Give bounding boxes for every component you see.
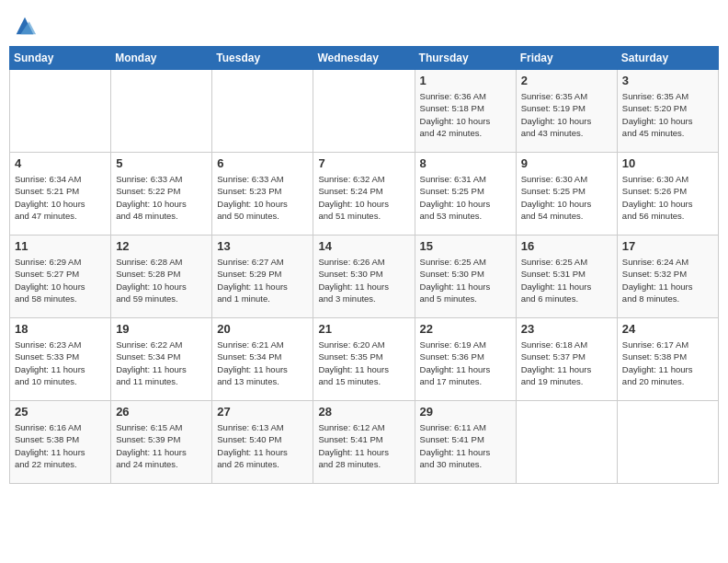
day-cell: 25Sunrise: 6:16 AM Sunset: 5:38 PM Dayli… <box>10 401 111 484</box>
day-number: 4 <box>15 156 106 170</box>
day-info: Sunrise: 6:15 AM Sunset: 5:39 PM Dayligh… <box>116 421 207 470</box>
day-cell: 29Sunrise: 6:11 AM Sunset: 5:41 PM Dayli… <box>415 401 516 484</box>
day-cell: 14Sunrise: 6:26 AM Sunset: 5:30 PM Dayli… <box>313 236 415 318</box>
day-number: 25 <box>15 405 106 419</box>
day-cell: 17Sunrise: 6:24 AM Sunset: 5:32 PM Dayli… <box>617 236 718 318</box>
calendar-table: SundayMondayTuesdayWednesdayThursdayFrid… <box>9 46 719 484</box>
week-row-4: 18Sunrise: 6:23 AM Sunset: 5:33 PM Dayli… <box>10 318 719 401</box>
day-cell <box>617 401 718 484</box>
day-info: Sunrise: 6:31 AM Sunset: 5:25 PM Dayligh… <box>420 173 511 222</box>
day-cell: 16Sunrise: 6:25 AM Sunset: 5:31 PM Dayli… <box>516 236 617 318</box>
day-cell: 26Sunrise: 6:15 AM Sunset: 5:39 PM Dayli… <box>111 401 212 484</box>
day-info: Sunrise: 6:28 AM Sunset: 5:28 PM Dayligh… <box>116 256 207 304</box>
day-number: 5 <box>116 156 207 170</box>
day-info: Sunrise: 6:20 AM Sunset: 5:35 PM Dayligh… <box>318 339 409 387</box>
day-number: 17 <box>622 239 713 253</box>
day-cell: 19Sunrise: 6:22 AM Sunset: 5:34 PM Dayli… <box>111 318 212 401</box>
day-cell: 9Sunrise: 6:30 AM Sunset: 5:25 PM Daylig… <box>516 153 617 236</box>
day-number: 27 <box>217 405 308 419</box>
day-info: Sunrise: 6:30 AM Sunset: 5:25 PM Dayligh… <box>521 173 612 222</box>
day-cell: 20Sunrise: 6:21 AM Sunset: 5:34 PM Dayli… <box>212 318 313 401</box>
day-cell: 24Sunrise: 6:17 AM Sunset: 5:38 PM Dayli… <box>617 318 718 401</box>
day-info: Sunrise: 6:30 AM Sunset: 5:26 PM Dayligh… <box>622 173 713 222</box>
day-number: 18 <box>15 322 106 336</box>
day-number: 24 <box>622 322 713 336</box>
header-cell-thursday: Thursday <box>415 47 516 70</box>
day-info: Sunrise: 6:17 AM Sunset: 5:38 PM Dayligh… <box>622 339 713 387</box>
day-number: 7 <box>318 156 409 170</box>
day-cell: 12Sunrise: 6:28 AM Sunset: 5:28 PM Dayli… <box>111 236 212 318</box>
week-row-2: 4Sunrise: 6:34 AM Sunset: 5:21 PM Daylig… <box>10 153 719 236</box>
day-number: 29 <box>420 405 511 419</box>
day-cell: 2Sunrise: 6:35 AM Sunset: 5:19 PM Daylig… <box>516 70 617 153</box>
header-cell-monday: Monday <box>111 47 212 70</box>
header-cell-wednesday: Wednesday <box>313 47 415 70</box>
day-info: Sunrise: 6:19 AM Sunset: 5:36 PM Dayligh… <box>420 339 511 387</box>
day-cell: 6Sunrise: 6:33 AM Sunset: 5:23 PM Daylig… <box>212 153 313 236</box>
day-cell: 18Sunrise: 6:23 AM Sunset: 5:33 PM Dayli… <box>10 318 111 401</box>
day-info: Sunrise: 6:35 AM Sunset: 5:19 PM Dayligh… <box>521 90 612 139</box>
day-number: 12 <box>116 239 207 253</box>
day-cell: 10Sunrise: 6:30 AM Sunset: 5:26 PM Dayli… <box>617 153 718 236</box>
day-number: 2 <box>521 74 612 87</box>
day-cell: 28Sunrise: 6:12 AM Sunset: 5:41 PM Dayli… <box>313 401 415 484</box>
day-cell: 15Sunrise: 6:25 AM Sunset: 5:30 PM Dayli… <box>415 236 516 318</box>
day-info: Sunrise: 6:26 AM Sunset: 5:30 PM Dayligh… <box>318 256 409 304</box>
day-info: Sunrise: 6:18 AM Sunset: 5:37 PM Dayligh… <box>521 339 612 387</box>
day-number: 14 <box>318 239 409 253</box>
day-cell: 27Sunrise: 6:13 AM Sunset: 5:40 PM Dayli… <box>212 401 313 484</box>
day-info: Sunrise: 6:25 AM Sunset: 5:30 PM Dayligh… <box>420 256 511 304</box>
day-number: 1 <box>420 74 511 87</box>
day-number: 10 <box>622 156 713 170</box>
day-info: Sunrise: 6:24 AM Sunset: 5:32 PM Dayligh… <box>622 256 713 304</box>
day-number: 20 <box>217 322 308 336</box>
calendar-body: 1Sunrise: 6:36 AM Sunset: 5:18 PM Daylig… <box>10 70 719 484</box>
day-number: 9 <box>521 156 612 170</box>
day-cell <box>313 70 415 153</box>
day-cell: 5Sunrise: 6:33 AM Sunset: 5:22 PM Daylig… <box>111 153 212 236</box>
day-number: 15 <box>420 239 511 253</box>
day-info: Sunrise: 6:36 AM Sunset: 5:18 PM Dayligh… <box>420 90 511 139</box>
day-cell: 3Sunrise: 6:35 AM Sunset: 5:20 PM Daylig… <box>617 70 718 153</box>
day-info: Sunrise: 6:33 AM Sunset: 5:22 PM Dayligh… <box>116 173 207 222</box>
day-info: Sunrise: 6:23 AM Sunset: 5:33 PM Dayligh… <box>15 339 106 387</box>
logo <box>9 13 38 39</box>
day-number: 16 <box>521 239 612 253</box>
week-row-3: 11Sunrise: 6:29 AM Sunset: 5:27 PM Dayli… <box>10 236 719 318</box>
logo-icon <box>12 13 38 39</box>
day-number: 28 <box>318 405 409 419</box>
day-info: Sunrise: 6:33 AM Sunset: 5:23 PM Dayligh… <box>217 173 308 222</box>
day-cell <box>10 70 111 153</box>
day-info: Sunrise: 6:16 AM Sunset: 5:38 PM Dayligh… <box>15 421 106 470</box>
day-cell <box>516 401 617 484</box>
day-info: Sunrise: 6:34 AM Sunset: 5:21 PM Dayligh… <box>15 173 106 222</box>
calendar-header: SundayMondayTuesdayWednesdayThursdayFrid… <box>10 47 719 70</box>
day-cell <box>212 70 313 153</box>
day-cell: 22Sunrise: 6:19 AM Sunset: 5:36 PM Dayli… <box>415 318 516 401</box>
day-number: 21 <box>318 322 409 336</box>
day-cell: 21Sunrise: 6:20 AM Sunset: 5:35 PM Dayli… <box>313 318 415 401</box>
day-number: 6 <box>217 156 308 170</box>
header-cell-sunday: Sunday <box>10 47 111 70</box>
day-info: Sunrise: 6:32 AM Sunset: 5:24 PM Dayligh… <box>318 173 409 222</box>
header-cell-saturday: Saturday <box>617 47 718 70</box>
day-number: 26 <box>116 405 207 419</box>
header-cell-tuesday: Tuesday <box>212 47 313 70</box>
day-info: Sunrise: 6:25 AM Sunset: 5:31 PM Dayligh… <box>521 256 612 304</box>
header-cell-friday: Friday <box>516 47 617 70</box>
day-info: Sunrise: 6:27 AM Sunset: 5:29 PM Dayligh… <box>217 256 308 304</box>
day-cell: 1Sunrise: 6:36 AM Sunset: 5:18 PM Daylig… <box>415 70 516 153</box>
day-cell: 13Sunrise: 6:27 AM Sunset: 5:29 PM Dayli… <box>212 236 313 318</box>
day-cell <box>111 70 212 153</box>
day-cell: 7Sunrise: 6:32 AM Sunset: 5:24 PM Daylig… <box>313 153 415 236</box>
day-info: Sunrise: 6:13 AM Sunset: 5:40 PM Dayligh… <box>217 421 308 470</box>
day-info: Sunrise: 6:11 AM Sunset: 5:41 PM Dayligh… <box>420 421 511 470</box>
day-number: 22 <box>420 322 511 336</box>
day-number: 11 <box>15 239 106 253</box>
page-header <box>9 9 719 39</box>
day-cell: 11Sunrise: 6:29 AM Sunset: 5:27 PM Dayli… <box>10 236 111 318</box>
day-info: Sunrise: 6:22 AM Sunset: 5:34 PM Dayligh… <box>116 339 207 387</box>
day-cell: 8Sunrise: 6:31 AM Sunset: 5:25 PM Daylig… <box>415 153 516 236</box>
day-number: 13 <box>217 239 308 253</box>
day-number: 19 <box>116 322 207 336</box>
